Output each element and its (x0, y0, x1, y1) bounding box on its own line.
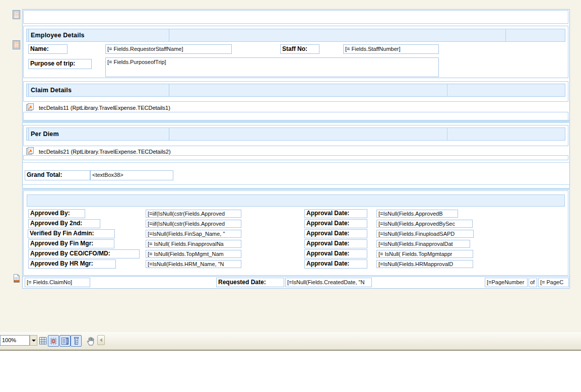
zoom-dropdown-button[interactable] (30, 335, 37, 346)
approval-date-value[interactable]: [=IsNull(Fields.FinuploadSAPD (376, 230, 474, 238)
ruler-icon (72, 337, 80, 345)
section-separator (22, 120, 570, 123)
approved-by-label[interactable]: Approved By: (28, 209, 85, 218)
approval-date-label[interactable]: Approval Date: (304, 219, 367, 228)
subreport-icon (26, 147, 35, 155)
per-diem-subreport-row[interactable]: tecDetails21 (RptLibrary.TravelExpense.T… (23, 146, 568, 156)
detail-section-icon[interactable] (13, 40, 20, 49)
approved-by-2nd-label[interactable]: Approved By 2nd: (28, 219, 100, 228)
requested-date-value[interactable]: [=IsNull(Fields.CreatedDate, "N (285, 278, 372, 287)
claim-details-header[interactable]: Claim Details (28, 84, 169, 97)
approval-date-label[interactable]: Approval Date: (304, 229, 367, 238)
grid-icon[interactable] (39, 337, 47, 345)
approved-by-hr-mgr-label[interactable]: Approved By HR Mgr: (28, 259, 116, 269)
approval-date-label[interactable]: Approval Date: (304, 259, 367, 269)
component-tray: TravelExpensesqlDataSource1 tecDetails11… (0, 352, 581, 392)
approval-date-value[interactable]: [=IsNull(Fields.HRMapprovalD (376, 260, 473, 268)
page-header-section-icon[interactable] (13, 10, 20, 19)
chevron-left-icon (100, 338, 102, 342)
report-page: Employee Details Name: [= Fields.Request… (22, 9, 570, 289)
approval-date-value[interactable]: [= IsNull( Fields.TopMgmtappr (376, 250, 473, 258)
approval-date-label[interactable]: Approval Date: (304, 239, 367, 248)
page-header-band[interactable] (23, 10, 568, 24)
designer-toolbar: 100% (0, 332, 581, 351)
footer-top-line (23, 276, 569, 277)
approved-by-hr-mgr-value[interactable]: [=IsNull(Fields.HRM_Name, "N (146, 260, 241, 268)
page-footer-section-icon[interactable] (13, 274, 20, 283)
per-diem-subreport-caption: tecDetails21 (RptLibrary.TravelExpense.T… (39, 149, 171, 155)
staff-no-label[interactable]: Staff No: (280, 44, 319, 54)
approval-date-value[interactable]: [=IsNull(Fields.ApprovedBySec (376, 220, 473, 228)
requested-date-label[interactable]: Requested Date: (216, 278, 284, 287)
approval-date-value[interactable]: [=IsNull(Fields.FinapprovalDat (376, 240, 470, 248)
band-divider (447, 127, 447, 141)
page-margins-icon (61, 337, 69, 345)
staff-no-value-textbox[interactable]: [= Fields.StaffNumber] (343, 44, 439, 54)
grand-total-textbox[interactable]: <textBox38> (90, 170, 173, 180)
band-divider (505, 29, 506, 42)
scroll-left-button[interactable] (97, 335, 105, 345)
approval-header-band[interactable] (27, 194, 565, 207)
purpose-of-trip-textbox[interactable]: [= Fields.PurposeofTrip] (105, 57, 439, 77)
band-divider (447, 84, 447, 97)
name-label[interactable]: Name: (28, 44, 68, 54)
approved-by-2nd-value[interactable]: [=iif(IsNull(cstr(Fields.Approved (146, 220, 241, 228)
of-label: of (529, 278, 537, 287)
approved-by-value[interactable]: [=iif(IsNull(cstr(Fields.Approved (146, 210, 241, 218)
name-value-textbox[interactable]: [= Fields.RequestorStaffName] (105, 44, 232, 54)
ruler-button[interactable] (71, 335, 82, 347)
page-margins-button[interactable] (59, 335, 71, 347)
approval-date-label[interactable]: Approval Date: (304, 209, 367, 218)
page-count-textbox[interactable]: [= PageC (538, 278, 569, 287)
snap-to-grid-icon (49, 337, 57, 345)
employee-details-header[interactable]: Employee Details (28, 29, 169, 42)
purpose-of-trip-label[interactable]: Purpose of trip: (28, 59, 92, 69)
chevron-down-icon (32, 340, 36, 342)
page-number-textbox[interactable]: [=PageNumber (485, 278, 528, 287)
claim-subreport-caption: tecDetails11 (RptLibrary.TravelExpense.T… (39, 104, 170, 112)
per-diem-section: Per Diem tecDetails21 (RptLibrary.Travel… (23, 125, 568, 160)
claim-subreport-row[interactable]: tecDetails11 (RptLibrary.TravelExpense.T… (23, 101, 568, 112)
verified-by-fin-admin-label[interactable]: Verified By Fin Admin: (28, 229, 115, 238)
grand-total-label[interactable]: Grand Total: (25, 170, 90, 180)
subreport-icon (26, 103, 35, 111)
verified-by-fin-admin-value[interactable]: [=IsNull(Fields.FinSap_Name, " (146, 230, 241, 238)
section-line (23, 162, 569, 163)
per-diem-header[interactable]: Per Diem (28, 127, 169, 141)
approved-by-ceo-value[interactable]: [= IsNull(Fields.TopMgmt_Nam (146, 250, 241, 258)
approved-by-fin-mgr-value[interactable]: [= IsNull( Fields.FinapprovalNa (146, 240, 241, 248)
approval-section: Approved By: [=iif(IsNull(cstr(Fields.Ap… (23, 190, 568, 276)
section-line (23, 184, 569, 185)
claim-no-textbox[interactable]: [= Fields.ClaimNo] (25, 278, 90, 287)
approval-date-label[interactable]: Approval Date: (304, 249, 367, 258)
approval-date-value[interactable]: [=IsNull(Fields.ApprovedB (376, 210, 458, 218)
approved-by-fin-mgr-label[interactable]: Approved By Fin Mgr: (28, 239, 114, 248)
employee-details-section: Employee Details Name: [= Fields.Request… (23, 26, 568, 78)
pan-hand-icon[interactable] (86, 336, 95, 346)
snap-to-grid-button[interactable] (48, 335, 59, 347)
claim-details-section: Claim Details tecDetails11 (RptLibrary.T… (23, 81, 568, 120)
approved-by-ceo-label[interactable]: Approved By CEO/CFO/MD: (28, 249, 140, 258)
report-design-surface: Employee Details Name: [= Fields.Request… (0, 0, 581, 332)
section-separator (22, 188, 570, 190)
zoom-combobox[interactable]: 100% (0, 335, 30, 346)
